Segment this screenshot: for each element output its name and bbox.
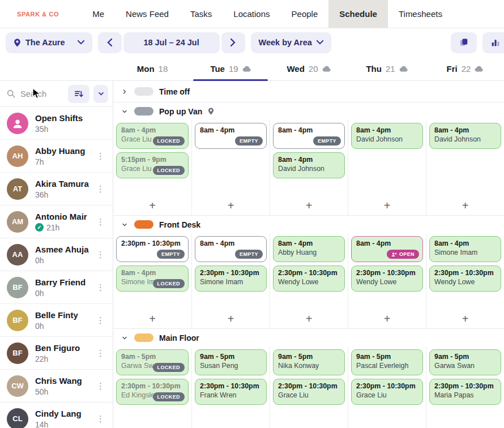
shift-cell[interactable]: 9am - 5pmGarwa Swan xyxy=(429,349,501,375)
shift-cell[interactable]: 5:15pm - 9pmGrace LiuLOCKED xyxy=(116,152,189,178)
nav-item-news-feed[interactable]: News Feed xyxy=(115,0,180,28)
add-shift-button[interactable]: + xyxy=(348,196,426,215)
day-column-wed[interactable]: Wed20 xyxy=(270,57,348,80)
day-column-tue[interactable]: Tue19 xyxy=(191,57,270,80)
shift-cell[interactable]: 8am - 4pmOPEN xyxy=(351,236,423,262)
next-week-button[interactable] xyxy=(221,32,245,53)
shift-cell[interactable]: 2:30pm - 10:30pmMaria Papas xyxy=(429,379,501,405)
add-shift-button[interactable]: + xyxy=(270,309,348,328)
shift-cell[interactable]: 2:30pm - 10:30pmEd KingsleyLOCKED xyxy=(116,379,189,405)
shift-cell[interactable]: 2:30pm - 10:30pmWendy Lowe xyxy=(273,266,345,292)
section-main-floor: Main Floor9am - 5pmGarwa SwanLOCKED2:30p… xyxy=(113,329,504,428)
staff-hours-value: 35h xyxy=(35,125,48,134)
section-header-pop-up-van: Pop up Van xyxy=(113,102,504,120)
shift-cell[interactable]: 8am - 4pmAbby Huang xyxy=(273,236,345,262)
nav-item-people[interactable]: People xyxy=(281,0,329,28)
shift-cell[interactable]: 8am - 4pmEMPTY xyxy=(195,123,267,149)
prev-week-button[interactable] xyxy=(98,32,122,53)
copy-schedule-button[interactable] xyxy=(451,32,477,53)
nav-item-timesheets[interactable]: Timesheets xyxy=(388,0,453,28)
add-shift-button[interactable]: + xyxy=(426,196,504,215)
shift-cell[interactable]: 9am - 5pmSusan Peng xyxy=(195,349,267,375)
sort-button[interactable] xyxy=(68,85,89,103)
shift-time: 8am - 4pm xyxy=(434,239,496,247)
nav-item-me[interactable]: Me xyxy=(82,0,115,28)
shift-cell[interactable]: 8am - 4pmDavid Johnson xyxy=(351,123,423,149)
shift-time: 2:30pm - 10:30pm xyxy=(121,382,183,390)
nav-item-schedule[interactable]: Schedule xyxy=(328,0,388,28)
shift-cell[interactable]: 9am - 5pmGarwa SwanLOCKED xyxy=(116,349,189,375)
chevron-down-icon[interactable] xyxy=(121,334,129,342)
staff-name: Asmee Ahuja xyxy=(35,245,87,254)
row-menu-button[interactable]: ⋮ xyxy=(94,216,107,228)
shift-cell[interactable]: 8am - 4pmDavid Johnson xyxy=(273,152,345,178)
chevron-down-icon[interactable] xyxy=(121,221,129,229)
search-icon xyxy=(7,89,15,98)
add-shift-button[interactable]: + xyxy=(113,309,191,328)
staff-row-asmee-ahuja: AAAsmee Ahuja0h⋮ xyxy=(0,238,113,271)
add-shift-button[interactable]: + xyxy=(192,196,270,215)
shift-cell[interactable]: 2:30pm - 10:30pmFrank Wren xyxy=(195,379,267,405)
shift-cell[interactable]: 2:30pm - 10:30pmGrace Liu xyxy=(273,379,345,405)
shift-assignee: Wendy Lowe xyxy=(434,278,496,286)
section-label: Main Floor xyxy=(159,333,199,343)
shift-cell[interactable]: 8am - 4pmSimone Imam xyxy=(429,236,501,262)
shift-cell[interactable]: 2:30pm - 10:30pmGrace Liu xyxy=(351,379,423,405)
shift-assignee: Nika Konway xyxy=(278,362,340,370)
shift-cell[interactable]: 8am - 4pmEMPTY xyxy=(273,123,345,149)
day-number: 21 xyxy=(386,64,395,74)
add-shift-button[interactable]: + xyxy=(426,309,504,328)
shift-assignee: Maria Papas xyxy=(434,391,496,399)
row-menu-button[interactable]: ⋮ xyxy=(94,150,107,162)
shift-cell[interactable]: 2:30pm - 10:30pmEMPTY xyxy=(116,236,189,262)
nav-item-locations[interactable]: Locations xyxy=(223,0,280,28)
row-menu-button[interactable]: ⋮ xyxy=(94,249,107,261)
row-menu-button[interactable]: ⋮ xyxy=(94,347,107,359)
row-menu-button[interactable]: ⋮ xyxy=(94,183,107,195)
shift-cell[interactable]: 8am - 4pmGrace LiuLOCKED xyxy=(116,123,189,149)
add-shift-button[interactable]: + xyxy=(270,196,348,215)
chevron-down-icon[interactable] xyxy=(121,108,129,115)
shift-cell[interactable]: 2:30pm - 10:30pmSimone Imam xyxy=(195,266,267,292)
stats-button[interactable] xyxy=(482,32,504,53)
add-shift-button[interactable]: + xyxy=(113,196,191,215)
row-menu-button[interactable]: ⋮ xyxy=(94,380,107,392)
sort-options-button[interactable] xyxy=(93,85,108,103)
shift-cell[interactable]: 9am - 5pmNika Konway xyxy=(273,349,345,375)
add-shift-button[interactable]: + xyxy=(270,422,348,428)
day-column-mon[interactable]: Mon18 xyxy=(113,57,191,80)
shift-cell[interactable]: 2:30pm - 10:30pmWendy Lowe xyxy=(429,266,501,292)
staff-row-chris-wang: CWChris Wang50h⋮ xyxy=(0,370,113,403)
schedule-toolbar: The Azure 18 Jul – 24 Jul Week by Area xyxy=(0,28,504,57)
nav-item-tasks[interactable]: Tasks xyxy=(180,0,223,28)
chevron-right-icon[interactable] xyxy=(121,88,129,96)
staff-hours-value: 7h xyxy=(35,157,44,166)
add-shift-button[interactable]: + xyxy=(113,422,191,428)
add-shift-button[interactable]: + xyxy=(192,309,270,328)
shift-cell[interactable]: 9am - 5pmPascal Everleigh xyxy=(351,349,423,375)
shift-assignee: Simone Imam xyxy=(200,278,262,286)
shift-cell[interactable]: 8am - 4pmDavid Johnson xyxy=(429,123,501,149)
day-column-fri[interactable]: Fri22 xyxy=(426,57,504,80)
row-menu-button[interactable]: ⋮ xyxy=(94,413,107,425)
add-shift-button[interactable]: + xyxy=(348,309,426,328)
shift-time: 2:30pm - 10:30pm xyxy=(200,269,262,277)
shift-cell[interactable]: 2:30pm - 10:30pmWendy Lowe xyxy=(351,266,423,292)
search-input[interactable] xyxy=(19,89,64,99)
location-selector[interactable]: The Azure xyxy=(6,32,92,53)
shift-cell[interactable]: 8am - 4pmEMPTY xyxy=(195,236,267,262)
open-shift-icon xyxy=(391,252,397,257)
row-menu-button[interactable]: ⋮ xyxy=(94,281,107,294)
add-shift-button[interactable]: + xyxy=(192,422,270,428)
date-range-button[interactable]: 18 Jul – 24 Jul xyxy=(123,32,220,53)
add-shift-button[interactable]: + xyxy=(348,422,426,428)
add-shift-button[interactable]: + xyxy=(426,422,504,428)
staff-name: Belle Finty xyxy=(35,310,87,320)
row-menu-button[interactable]: ⋮ xyxy=(94,314,107,327)
section-header-main-floor: Main Floor xyxy=(113,329,504,346)
view-mode-selector[interactable]: Week by Area xyxy=(251,32,331,53)
main-area: Open Shifts35hAHAbby Huang7h⋮ATAkira Tam… xyxy=(0,81,504,428)
shift-badge-locked: LOCKED xyxy=(153,279,185,288)
day-column-thu[interactable]: Thu21 xyxy=(348,57,426,80)
shift-cell[interactable]: 8am - 4pmSimone ImamLOCKED xyxy=(116,266,189,292)
